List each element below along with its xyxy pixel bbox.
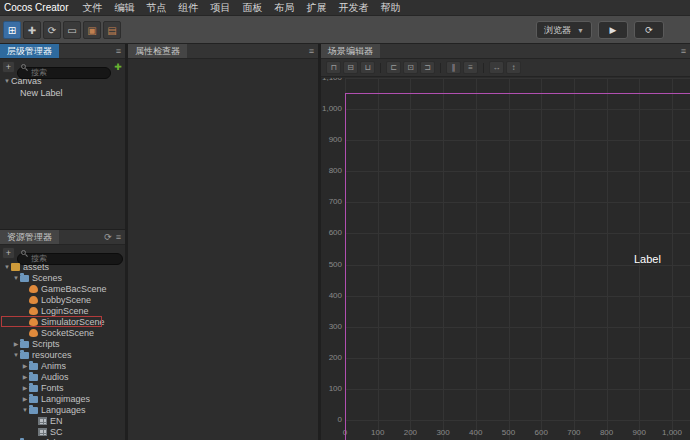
create-node-button[interactable]: + [2,61,15,73]
menu-item-10[interactable]: 帮助 [374,1,406,15]
toolbar-left-group: ⊞✚⟳▭▣▤ [3,21,121,39]
main-toolbar: ⊞✚⟳▭▣▤ 浏览器 ▼ ▶ ⟳ [0,16,690,44]
sheet-icon [38,428,47,436]
quick-create-icon[interactable]: ✚ [113,62,123,72]
asset-item-socketscene[interactable]: SocketScene [0,327,125,338]
align-hcenter-icon[interactable]: ⊡ [403,61,418,74]
panel-menu-icon[interactable]: ≡ [309,46,314,56]
refresh-assets-icon[interactable]: ⟳ [104,232,112,242]
collapse-arrow-icon[interactable]: ▼ [3,264,11,270]
tab-assets[interactable]: 资源管理器 [0,230,59,244]
asset-item-audios[interactable]: ▶Audios [0,371,125,382]
scene-icon [29,307,38,315]
app-title: Cocos Creator [4,2,68,13]
expand-arrow-icon[interactable]: ▶ [12,340,20,347]
vertical-splitter[interactable] [318,44,321,440]
vertical-splitter[interactable] [125,44,128,440]
collapse-arrow-icon[interactable]: ▼ [21,407,29,413]
asset-item-scenes[interactable]: ▼Scenes [0,272,125,283]
collapse-arrow-icon[interactable]: ▼ [12,352,20,358]
tab-hierarchy[interactable]: 层级管理器 [0,44,59,58]
horizontal-splitter[interactable] [0,229,125,230]
expand-arrow-icon[interactable]: ▶ [21,384,29,391]
preview-target-dropdown[interactable]: 浏览器 ▼ [536,21,592,39]
item-label: resources [32,350,72,360]
build-icon[interactable]: ▤ [103,21,121,39]
hierarchy-node-new-label[interactable]: New Label [0,87,125,99]
expand-arrow-icon[interactable]: ▶ [21,373,29,380]
tab-inspector[interactable]: 属性检查器 [128,44,187,58]
open-project-icon[interactable]: ▣ [83,21,101,39]
menu-item-1[interactable]: 文件 [76,1,108,15]
folder-icon [29,407,38,414]
asset-item-resources[interactable]: ▼resources [0,349,125,360]
rect-tool-icon[interactable]: ▭ [63,21,81,39]
asset-item-langimages[interactable]: ▶Langimages [0,393,125,404]
asset-item-assets[interactable]: ▼assets [0,261,125,272]
asset-item-sc[interactable]: SC [0,426,125,437]
expand-arrow-icon[interactable]: ▶ [21,362,29,369]
rotate-tool-icon[interactable]: ⟳ [43,21,61,39]
y-tick-label: 1,000 [321,104,342,113]
assets-search-row: + [0,245,125,261]
play-button[interactable]: ▶ [598,21,628,39]
x-tick-label: 200 [395,428,425,437]
asset-item-fonts[interactable]: ▶Fonts [0,382,125,393]
tab-scene[interactable]: 场景编辑器 [321,44,380,58]
match-height-icon[interactable]: ↕ [506,61,521,74]
asset-item-simulatorscene[interactable]: SimulatorScene [0,316,125,327]
align-top-icon[interactable]: ⊓ [326,61,341,74]
scene-icon [29,318,38,326]
inspector-empty-body [128,59,318,440]
asset-item-anims[interactable]: ▶Anims [0,360,125,371]
align-left-icon[interactable]: ⊏ [386,61,401,74]
panel-menu-icon[interactable]: ≡ [116,46,121,56]
collapse-arrow-icon[interactable]: ▼ [3,78,11,84]
align-vcenter-icon[interactable]: ⊟ [343,61,358,74]
menu-item-9[interactable]: 开发者 [332,1,374,15]
preview-target-label: 浏览器 [544,24,571,37]
gridline-horizontal [345,327,690,328]
x-tick-label: 700 [559,428,589,437]
item-label: GameBacScene [41,284,107,294]
asset-item-loginscene[interactable]: LoginScene [0,305,125,316]
gridline-horizontal [345,171,690,172]
asset-item-lobbyscene[interactable]: LobbyScene [0,294,125,305]
hierarchy-tree: ▼CanvasNew Label [0,75,125,99]
sheet-icon [38,417,47,425]
asset-item-languages[interactable]: ▼Languages [0,404,125,415]
align-right-icon[interactable]: ⊐ [420,61,435,74]
move-tool-icon[interactable]: ✚ [23,21,41,39]
collapse-arrow-icon[interactable]: ▼ [12,275,20,281]
create-asset-button[interactable]: + [2,247,15,259]
gridline-horizontal [345,389,690,390]
scene-canvas[interactable]: Label 01002003004005006007008009001,0000… [321,78,690,440]
asset-item-gamebacscene[interactable]: GameBacScene [0,283,125,294]
match-width-icon[interactable]: ↔ [489,61,504,74]
menu-item-6[interactable]: 面板 [236,1,268,15]
hierarchy-node-canvas[interactable]: ▼Canvas [0,75,125,87]
panel-menu-icon[interactable]: ≡ [116,232,121,242]
menu-item-8[interactable]: 扩展 [300,1,332,15]
menu-item-2[interactable]: 编辑 [108,1,140,15]
distribute-horizontal-icon[interactable]: ∥ [446,61,461,74]
expand-arrow-icon[interactable]: ▶ [21,395,29,402]
menu-item-4[interactable]: 组件 [172,1,204,15]
align-bottom-icon[interactable]: ⊔ [360,61,375,74]
scene-bounds-left-border [345,93,346,440]
menu-item-5[interactable]: 项目 [204,1,236,15]
gridline-horizontal [345,358,690,359]
scene-node-label[interactable]: Label [634,253,661,265]
menu-item-7[interactable]: 布局 [268,1,300,15]
dashboard-icon[interactable]: ⊞ [3,21,21,39]
panel-menu-icon[interactable]: ≡ [681,46,686,56]
y-tick-label: 400 [321,291,342,300]
y-tick-label: 500 [321,260,342,269]
refresh-button[interactable]: ⟳ [634,21,664,39]
asset-item-en[interactable]: EN [0,415,125,426]
distribute-vertical-icon[interactable]: ≡ [463,61,478,74]
gridline-vertical [574,78,575,440]
menu-item-3[interactable]: 节点 [140,1,172,15]
asset-item-scripts[interactable]: ▶Scripts [0,338,125,349]
assets-tree: ▼assets▼ScenesGameBacSceneLobbySceneLogi… [0,261,125,440]
